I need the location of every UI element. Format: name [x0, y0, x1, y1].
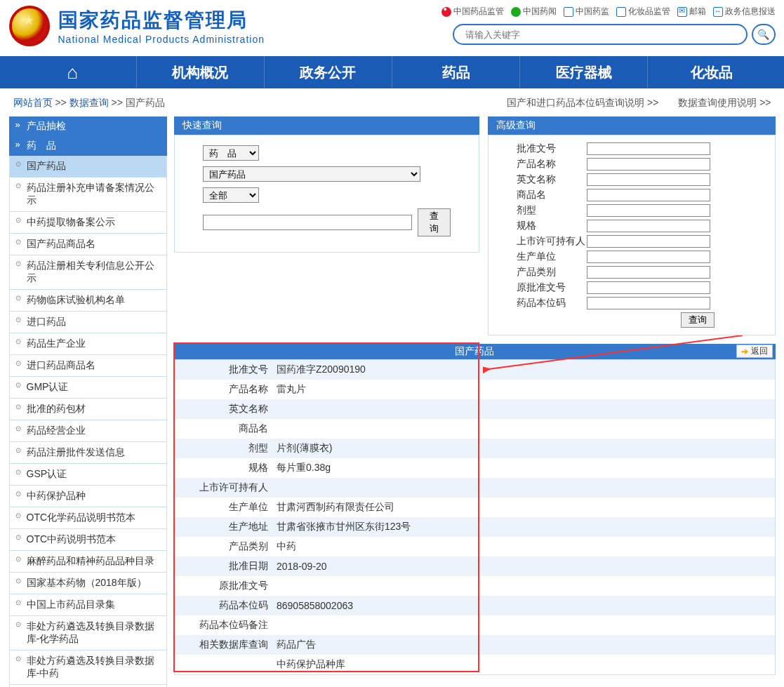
adv-field-input[interactable]: [587, 204, 710, 217]
result-value: 中药: [272, 537, 775, 556]
adv-field-label: 剂型: [517, 204, 587, 217]
link-code-help[interactable]: 国产和进口药品本位码查询说明 >>: [507, 97, 658, 108]
sidebar-item[interactable]: 中国上市药品目录集: [10, 594, 166, 616]
result-value: 86905858002063: [272, 596, 775, 615]
adv-field-input[interactable]: [587, 297, 710, 309]
search-button[interactable]: 🔍: [752, 24, 776, 45]
result-row: 药品本位码备注: [174, 615, 775, 635]
sidebar-item[interactable]: OTC中药说明书范本: [10, 529, 166, 551]
nav-item[interactable]: 医疗器械: [520, 56, 648, 88]
nav-home[interactable]: ⌂: [9, 56, 137, 88]
back-button[interactable]: ➔ 返回: [736, 345, 773, 358]
back-label: 返回: [751, 345, 768, 357]
adv-search-button[interactable]: 查询: [681, 312, 715, 328]
advanced-search-title: 高级查询: [488, 116, 776, 135]
result-row: 商品名: [174, 419, 775, 439]
result-value: 2018-09-20: [272, 556, 775, 576]
header-link[interactable]: 中国药监: [564, 6, 609, 18]
sidebar-item[interactable]: 药品注册相关专利信息公开公示: [10, 255, 166, 290]
result-value: 中药保护品种库: [272, 655, 775, 675]
nav-item[interactable]: 药品: [392, 56, 520, 88]
search-icon: 🔍: [757, 29, 769, 40]
result-row: 中药保护品种库: [174, 655, 775, 675]
result-value: [272, 576, 775, 596]
quick-search-panel: 快速查询 药 品 国产药品 全部 查询: [174, 116, 479, 335]
sidebar-item[interactable]: OTC化学药品说明书范本: [10, 507, 166, 529]
header-link[interactable]: 化妆品监管: [616, 6, 670, 18]
result-label: 规格: [174, 458, 272, 478]
quick-search-category[interactable]: 药 品: [203, 145, 259, 161]
adv-field-input[interactable]: [587, 235, 710, 248]
quick-search-type[interactable]: 国产药品: [203, 166, 420, 182]
result-label: 产品类别: [174, 537, 272, 556]
sidebar-item[interactable]: 药品注册批件发送信息: [10, 442, 166, 464]
header-link-label: 化妆品监管: [628, 6, 670, 18]
sidebar-item[interactable]: 药品注册补充申请备案情况公示: [10, 178, 166, 212]
sidebar-item[interactable]: 国产药品: [10, 156, 166, 178]
breadcrumb-home[interactable]: 网站首页: [13, 97, 53, 108]
header-link[interactable]: 中国药品监管: [441, 6, 504, 18]
adv-field-input[interactable]: [587, 158, 710, 171]
sidebar-item[interactable]: 进口药品商品名: [10, 355, 166, 377]
header-search: 🔍: [453, 24, 776, 45]
result-label: 药品本位码备注: [174, 615, 272, 635]
quick-search-scope[interactable]: 全部: [203, 187, 259, 203]
breadcrumb-sep: >>: [112, 97, 123, 108]
header-link[interactable]: 政务信息报送: [713, 6, 776, 18]
result-value: [272, 478, 775, 498]
result-row: 原批准文号: [174, 576, 775, 596]
quick-search-button[interactable]: 查询: [418, 208, 451, 236]
result-row: 产品名称雷丸片: [174, 380, 775, 399]
sidebar-item[interactable]: GMP认证: [10, 377, 166, 399]
sidebar-group-title[interactable]: 产品抽检: [9, 116, 167, 136]
sidebar-item[interactable]: 药品经营企业: [10, 420, 166, 442]
sidebar-item[interactable]: 非处方药遴选及转换目录数据库-中药: [10, 651, 166, 685]
adv-field-input[interactable]: [587, 173, 710, 186]
result-row: 生产单位甘肃河西制药有限责任公司: [174, 498, 775, 517]
adv-field-input[interactable]: [587, 266, 710, 279]
header-link[interactable]: 邮箱: [677, 6, 706, 18]
adv-field-input[interactable]: [587, 142, 710, 155]
sidebar-item[interactable]: 药品生产企业: [10, 333, 166, 355]
breadcrumb-mid[interactable]: 数据查询: [69, 97, 109, 108]
result-row: 规格每片重0.38g: [174, 458, 775, 478]
result-label: 生产地址: [174, 517, 272, 537]
adv-field-input[interactable]: [587, 189, 710, 201]
adv-field-input[interactable]: [587, 220, 710, 232]
sidebar-item[interactable]: 国家基本药物（2018年版）: [10, 573, 166, 594]
sidebar-item[interactable]: GSP认证: [10, 464, 166, 486]
arrow-right-icon: ➔: [741, 347, 748, 356]
app-icon: [564, 7, 573, 17]
search-input[interactable]: [453, 24, 748, 45]
breadcrumb-current: 国产药品: [126, 97, 165, 108]
sidebar-item[interactable]: 非处方药遴选及转换目录数据库-化学药品: [10, 616, 166, 651]
quick-search-keyword[interactable]: [203, 215, 412, 230]
result-panel: 国产药品 ➔ 返回 批准文号国药准字Z20090190产品名称雷丸片英文名称商品…: [174, 344, 776, 675]
result-value: 药品广告: [272, 635, 775, 655]
result-label: 英文名称: [174, 399, 272, 419]
result-value: [272, 399, 775, 419]
link-query-help[interactable]: 数据查询使用说明 >>: [678, 97, 771, 108]
sidebar-group-title[interactable]: 药 品: [9, 136, 167, 156]
adv-field-input[interactable]: [587, 281, 710, 294]
sidebar-item[interactable]: 中药提取物备案公示: [10, 212, 166, 234]
nav-item[interactable]: 化妆品: [648, 56, 775, 88]
result-label: [174, 655, 272, 675]
adv-field-label: 生产单位: [517, 251, 587, 263]
adv-field-label: 原批准文号: [517, 281, 587, 294]
nav-item[interactable]: 机构概况: [137, 56, 265, 88]
result-title: 国产药品: [180, 345, 770, 358]
sidebar-item[interactable]: 国产药品商品名: [10, 234, 166, 255]
sidebar-item[interactable]: 麻醉药品和精神药品品种目录: [10, 551, 166, 573]
result-label: 剂型: [174, 439, 272, 458]
sidebar-item[interactable]: 药物临床试验机构名单: [10, 290, 166, 312]
adv-field-input[interactable]: [587, 251, 710, 263]
adv-field-label: 产品类别: [517, 266, 587, 279]
nav-item[interactable]: 政务公开: [265, 56, 392, 88]
result-label: 产品名称: [174, 380, 272, 399]
sidebar-item[interactable]: 进口药品: [10, 312, 166, 333]
header-link[interactable]: 中国药闻: [511, 6, 557, 18]
sidebar-item[interactable]: 中药保护品种: [10, 486, 166, 507]
adv-field-label: 产品名称: [517, 158, 587, 171]
sidebar-item[interactable]: 批准的药包材: [10, 399, 166, 420]
